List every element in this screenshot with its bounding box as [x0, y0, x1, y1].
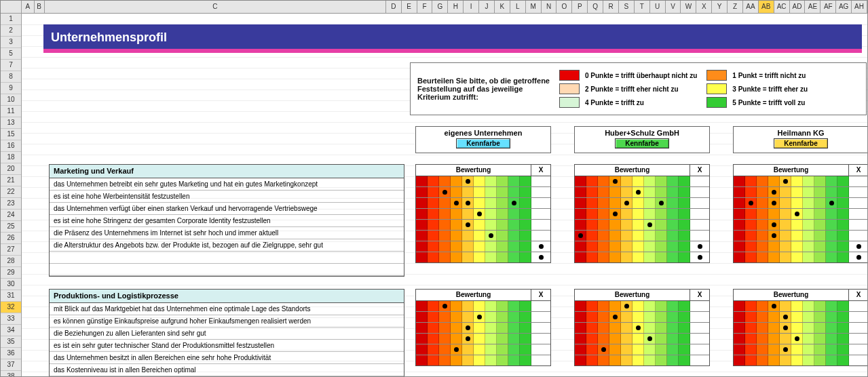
rating-cell[interactable]	[745, 355, 757, 365]
rating-cell[interactable]	[451, 344, 462, 355]
rating-cell[interactable]	[474, 231, 485, 241]
rating-cell[interactable]	[656, 209, 667, 219]
rating-cell[interactable]	[757, 209, 768, 219]
rating-cell[interactable]	[520, 220, 531, 230]
rating-cell[interactable]	[837, 301, 849, 311]
rating-cell[interactable]	[814, 176, 826, 186]
rating-cell[interactable]	[656, 241, 667, 252]
rating-cell[interactable]	[462, 176, 474, 186]
rating-cell[interactable]	[803, 187, 814, 197]
rating-cell[interactable]	[679, 312, 690, 322]
rating-cell[interactable]	[609, 241, 621, 252]
rating-cell[interactable]	[485, 344, 497, 355]
rating-cell[interactable]	[826, 220, 837, 230]
rating-cell[interactable]	[609, 301, 621, 311]
rating-cell[interactable]	[768, 344, 780, 355]
rating-cell[interactable]	[734, 323, 745, 333]
rating-cell[interactable]	[520, 176, 531, 186]
rating-cell[interactable]	[656, 334, 667, 344]
rating-x-cell[interactable]	[849, 198, 867, 208]
rating-cell[interactable]	[803, 334, 814, 344]
rating-cell[interactable]	[633, 187, 644, 197]
rating-cell[interactable]	[633, 220, 644, 230]
rating-cell[interactable]	[520, 187, 531, 197]
rating-cell[interactable]	[633, 241, 644, 252]
row-header-20[interactable]: 20	[1, 163, 21, 175]
rating-cell[interactable]	[780, 231, 791, 241]
rating-cell[interactable]	[780, 344, 791, 355]
rating-cell[interactable]	[485, 176, 497, 186]
rating-cell[interactable]	[508, 220, 520, 230]
rating-cell[interactable]	[508, 231, 520, 241]
rating-cell[interactable]	[826, 187, 837, 197]
rating-cell[interactable]	[826, 241, 837, 252]
rating-cell[interactable]	[508, 301, 520, 311]
rating-cell[interactable]	[826, 209, 837, 219]
rating-cell[interactable]	[837, 231, 849, 241]
rating-cell[interactable]	[667, 176, 679, 186]
rating-cell[interactable]	[609, 344, 621, 355]
rating-cell[interactable]	[826, 312, 837, 322]
rating-cell[interactable]	[757, 187, 768, 197]
rating-x-cell[interactable]	[849, 209, 867, 219]
rating-cell[interactable]	[791, 323, 803, 333]
rating-cell[interactable]	[428, 187, 439, 197]
rating-cell[interactable]	[814, 344, 826, 355]
rating-cell[interactable]	[497, 312, 508, 322]
rating-cell[interactable]	[609, 312, 621, 322]
row-header-28[interactable]: 28	[1, 256, 21, 267]
rating-cell[interactable]	[757, 301, 768, 311]
rating-cell[interactable]	[679, 252, 690, 262]
rating-cell[interactable]	[667, 312, 679, 322]
rating-cell[interactable]	[644, 252, 656, 262]
rating-x-cell[interactable]	[690, 209, 709, 219]
rating-cell[interactable]	[621, 241, 633, 252]
rating-cell[interactable]	[609, 252, 621, 262]
rating-cell[interactable]	[780, 312, 791, 322]
row-header-33[interactable]: 33	[1, 313, 21, 325]
rating-cell[interactable]	[745, 209, 757, 219]
rating-cell[interactable]	[667, 241, 679, 252]
rating-cell[interactable]	[462, 252, 474, 262]
rating-cell[interactable]	[416, 231, 428, 241]
rating-cell[interactable]	[428, 312, 439, 322]
rating-cell[interactable]	[586, 355, 598, 365]
rating-x-cell[interactable]	[849, 344, 867, 355]
rating-cell[interactable]	[575, 231, 586, 241]
rating-cell[interactable]	[734, 220, 745, 230]
rating-cell[interactable]	[814, 209, 826, 219]
column-header-T[interactable]: T	[635, 1, 650, 13]
rating-cell[interactable]	[520, 231, 531, 241]
column-header-AA[interactable]: AA	[743, 1, 759, 13]
rating-cell[interactable]	[656, 187, 667, 197]
column-header-AG[interactable]: AG	[836, 1, 852, 13]
rating-cell[interactable]	[451, 241, 462, 252]
row-header-9[interactable]: 9	[1, 83, 21, 94]
rating-cell[interactable]	[451, 252, 462, 262]
rating-x-cell[interactable]	[531, 344, 550, 355]
rating-cell[interactable]	[416, 312, 428, 322]
rating-cell[interactable]	[644, 231, 656, 241]
rating-cell[interactable]	[428, 220, 439, 230]
rating-x-cell[interactable]	[849, 231, 867, 241]
rating-cell[interactable]	[439, 231, 451, 241]
rating-cell[interactable]	[621, 355, 633, 365]
rating-x-cell[interactable]	[849, 312, 867, 322]
rating-cell[interactable]	[757, 220, 768, 230]
rating-cell[interactable]	[474, 187, 485, 197]
rating-cell[interactable]	[734, 231, 745, 241]
rating-cell[interactable]	[814, 241, 826, 252]
rating-cell[interactable]	[520, 355, 531, 365]
rating-cell[interactable]	[633, 231, 644, 241]
rating-cell[interactable]	[439, 312, 451, 322]
column-header-G[interactable]: G	[432, 1, 448, 13]
rating-x-cell[interactable]	[690, 334, 709, 344]
rating-cell[interactable]	[656, 231, 667, 241]
rating-cell[interactable]	[439, 241, 451, 252]
rating-cell[interactable]	[791, 252, 803, 262]
rating-cell[interactable]	[633, 209, 644, 219]
rating-cell[interactable]	[679, 323, 690, 333]
rating-cell[interactable]	[439, 198, 451, 208]
rating-cell[interactable]	[439, 220, 451, 230]
rating-x-cell[interactable]	[531, 176, 550, 186]
